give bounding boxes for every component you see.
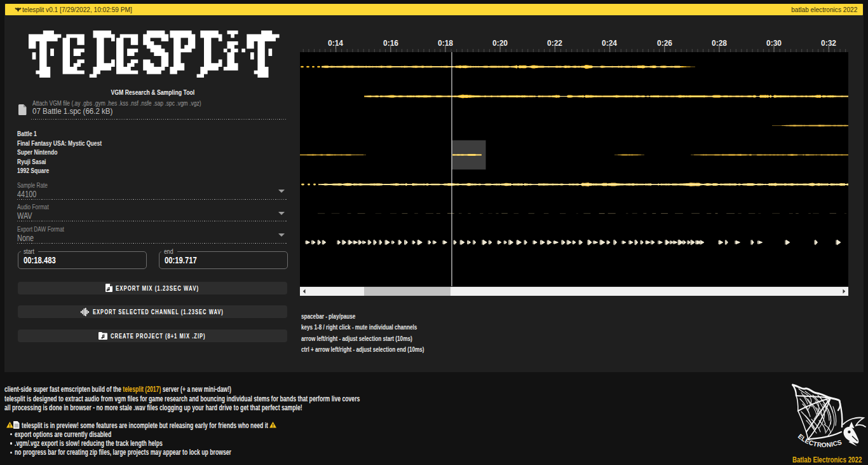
svg-text:ELECTRONICS: ELECTRONICS bbox=[797, 433, 843, 448]
